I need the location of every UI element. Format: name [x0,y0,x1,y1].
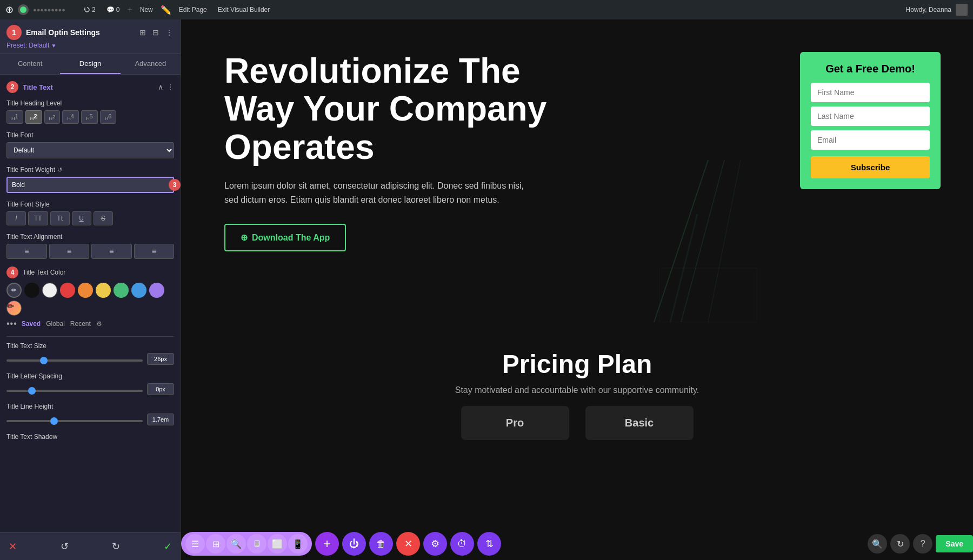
toolbar-settings-btn[interactable]: ⚙ [423,532,447,556]
tab-design[interactable]: Design [60,54,120,74]
redo-btn[interactable]: ↻ [110,538,122,555]
title-line-height-label: Title Line Height [6,403,174,410]
color-tab-global[interactable]: Global [46,320,65,328]
color-swatch-black[interactable] [24,283,39,298]
toolbar-search-btn[interactable]: 🔍 [226,534,246,554]
panel-columns-btn[interactable]: ⊟ [151,27,160,38]
toolbar-power-btn[interactable]: ⏻ [342,532,366,556]
color-swatch-custom[interactable]: ✏ [6,301,22,316]
color-swatch-orange[interactable] [78,283,93,298]
color-swatch-blue[interactable] [131,283,146,298]
panel-tabs: Content Design Advanced [0,54,181,75]
form-card-title: Get a Free Demo! [811,63,930,75]
style-uppercase-btn[interactable]: TT [28,211,48,225]
style-capitalize-btn[interactable]: Tt [50,211,70,225]
heading-h5-btn[interactable]: H5 [81,110,98,124]
svg-line-1 [654,160,708,322]
toolbar-grid-btn[interactable]: ⊞ [206,534,225,554]
title-font-weight-input[interactable] [6,177,174,193]
pricing-card-pro: Pro [461,406,569,440]
heading-level-row: Title Font Weight Title Heading Level H1… [6,99,174,124]
toolbar-help-btn[interactable]: ? [913,534,932,554]
toolbar-history-btn[interactable]: ⏱ [450,532,474,556]
heading-h1-btn[interactable]: H1 [6,110,23,124]
section-more-btn[interactable]: ⋮ [166,83,174,91]
title-line-height-value[interactable] [147,414,174,425]
heading-h6-btn[interactable]: H6 [100,110,117,124]
form-lastname-input[interactable] [811,106,930,126]
toolbar-add-btn[interactable]: + [315,532,339,556]
toolbar-right-group: 🔍 ↻ ? Save [868,534,973,554]
panel-title: Email Optin Settings [26,28,100,37]
panel-settings-btn[interactable]: ⊞ [138,27,147,38]
toolbar-tablet-btn[interactable]: ⬜ [268,534,287,554]
color-swatch-green[interactable] [114,283,129,298]
title-text-align-row: Title Text Alignment ≡ ≡ ≡ ≡ [6,233,174,259]
toolbar-mobile-btn[interactable]: 📱 [288,534,308,554]
form-submit-btn[interactable]: Subscribe [811,156,930,178]
sync-btn[interactable]: 2 [81,5,99,15]
toolbar-menu-btn[interactable]: ☰ [185,534,205,554]
toolbar-desktop-btn[interactable]: 🖥 [247,534,266,554]
hero-cta-button[interactable]: ⊕ Download The App [224,224,346,251]
title-text-color-row: 4 Title Text Color ✏ ✏ [6,266,174,329]
toolbar-delete-btn[interactable]: 🗑 [369,532,393,556]
exit-vb-button[interactable]: Exit Visual Builder [215,5,274,15]
style-italic-btn[interactable]: I [6,211,26,225]
title-text-size-value[interactable] [147,353,174,365]
confirm-btn[interactable]: ✓ [162,538,174,555]
color-settings-btn[interactable]: ⚙ [96,320,102,328]
color-more-btn[interactable]: ••• [6,319,17,329]
form-firstname-input[interactable] [811,83,930,102]
svg-rect-5 [659,268,757,322]
color-swatch-white[interactable] [42,283,57,298]
save-button[interactable]: Save [936,535,973,552]
close-panel-btn[interactable]: ✕ [6,538,19,555]
toolbar-refresh-btn[interactable]: ↻ [890,534,910,554]
user-avatar[interactable] [956,4,968,16]
toolbar-search-right-btn[interactable]: 🔍 [868,534,887,554]
form-email-input[interactable] [811,130,930,150]
toolbar-layout-btn[interactable]: ⇅ [477,532,501,556]
new-button[interactable]: New [137,5,156,15]
undo-btn[interactable]: ↺ [58,538,71,555]
tab-content[interactable]: Content [0,54,60,74]
align-left-btn[interactable]: ≡ [6,244,47,259]
title-letter-spacing-slider[interactable] [6,390,143,392]
wordpress-icon[interactable]: ⊕ [5,4,14,16]
site-url: ●●●●●●●●● [33,6,76,13]
align-right-btn[interactable]: ≡ [91,244,132,259]
color-tab-recent[interactable]: Recent [70,320,91,328]
color-swatch-pencil[interactable]: ✏ [6,283,22,298]
title-font-weight-row: Title Font Weight ↺ 3 [6,166,174,193]
title-font-select[interactable]: Default [6,142,174,158]
style-underline-btn[interactable]: U [72,211,91,225]
style-strikethrough-btn[interactable]: S [94,211,113,225]
badge-4: 4 [6,266,18,278]
heading-h4-btn[interactable]: H4 [62,110,79,124]
section-collapse-btn[interactable]: ∧ [158,83,163,91]
heading-h3-btn[interactable]: H2 [44,110,61,124]
title-letter-spacing-value[interactable] [147,383,174,395]
panel-bottom-actions: ✕ ↺ ↻ ✓ [0,532,181,560]
panel-more-btn[interactable]: ⋮ [164,27,174,38]
pricing-title: Pricing Plan [214,349,941,379]
color-swatch-yellow[interactable] [96,283,111,298]
align-justify-btn[interactable]: ≡ [134,244,175,259]
title-text-size-label: Title Text Size [6,342,174,350]
align-center-btn[interactable]: ≡ [49,244,90,259]
panel-preset[interactable]: Preset: Default ▼ [6,42,174,49]
heading-h2-btn[interactable]: H2 [25,110,42,124]
edit-page-button[interactable]: Edit Page [176,5,210,15]
divider [6,336,174,337]
tab-advanced[interactable]: Advanced [121,54,181,74]
reset-weight-icon[interactable]: ↺ [57,166,62,174]
color-tab-saved[interactable]: Saved [22,320,41,328]
sep: + [127,5,132,15]
color-swatch-purple[interactable] [149,283,164,298]
color-swatch-red[interactable] [60,283,75,298]
comments-btn[interactable]: 💬 0 [103,5,123,15]
title-line-height-slider[interactable] [6,420,143,422]
toolbar-close-btn[interactable]: ✕ [396,532,420,556]
title-text-size-slider[interactable] [6,359,143,362]
